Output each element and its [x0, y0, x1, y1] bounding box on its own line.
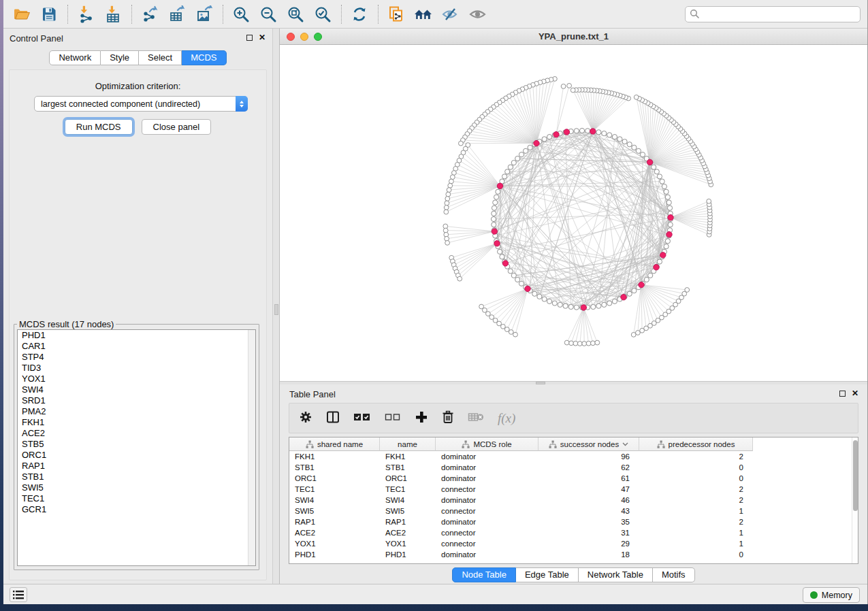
mcds-dominator-node[interactable]	[668, 215, 673, 220]
network-node[interactable]	[508, 269, 513, 274]
network-node[interactable]	[449, 179, 454, 184]
open-folder-icon[interactable]	[10, 3, 33, 25]
refresh-icon[interactable]	[348, 3, 371, 25]
export-table-icon[interactable]	[165, 3, 189, 25]
network-node[interactable]	[505, 169, 510, 174]
network-node[interactable]	[634, 95, 639, 100]
table-cell[interactable]: PHD1	[380, 550, 436, 559]
table-cell[interactable]: 31	[539, 529, 639, 537]
mcds-result-item[interactable]: STB1	[18, 472, 255, 482]
network-node[interactable]	[532, 291, 537, 296]
network-node[interactable]	[547, 299, 552, 303]
network-node[interactable]	[542, 297, 547, 301]
network-node[interactable]	[515, 156, 520, 161]
search-box[interactable]	[685, 6, 861, 22]
network-node[interactable]	[500, 254, 504, 259]
mcds-dominator-node[interactable]	[666, 231, 672, 237]
table-cell[interactable]: 47	[539, 485, 639, 493]
column-header-MCDS-role[interactable]: MCDS role	[436, 437, 539, 451]
mcds-result-item[interactable]: GCR1	[18, 504, 255, 515]
import-network-icon[interactable]	[74, 3, 97, 25]
mcds-result-item[interactable]: TEC1	[18, 493, 255, 504]
select-all-icon[interactable]	[353, 412, 371, 425]
mcds-dominator-node[interactable]	[639, 282, 644, 287]
mcds-result-item[interactable]: TID3	[18, 363, 255, 374]
network-node[interactable]	[509, 330, 513, 335]
network-node[interactable]	[513, 332, 518, 337]
table-cell[interactable]: 18	[539, 550, 639, 559]
mcds-result-item[interactable]: YOX1	[18, 374, 255, 384]
table-cell[interactable]: 2	[639, 496, 753, 504]
window-close-icon[interactable]	[287, 33, 295, 41]
table-row[interactable]: SWI4SWI4dominator462	[289, 495, 852, 506]
network-node[interactable]	[577, 342, 582, 346]
table-row[interactable]: FKH1FKH1dominator962	[289, 451, 852, 462]
network-node[interactable]	[547, 135, 552, 139]
network-node[interactable]	[519, 152, 524, 157]
mcds-dominator-node[interactable]	[564, 129, 569, 135]
table-cell[interactable]: PHD1	[289, 550, 380, 559]
network-node[interactable]	[486, 312, 491, 316]
network-node[interactable]	[657, 174, 662, 179]
mcds-list-scrollbar[interactable]	[248, 330, 255, 565]
close-panel-button[interactable]: Close panel	[142, 119, 212, 135]
network-node[interactable]	[491, 216, 496, 221]
float-panel-icon[interactable]	[839, 391, 846, 397]
network-node[interactable]	[498, 249, 502, 254]
task-history-button[interactable]	[10, 587, 27, 602]
network-node[interactable]	[570, 88, 575, 93]
mcds-result-item[interactable]: RAP1	[18, 461, 255, 472]
tab-network[interactable]: Network	[49, 50, 101, 65]
mcds-result-item[interactable]: STP4	[18, 352, 255, 363]
mcds-result-item[interactable]: STB5	[18, 439, 255, 450]
network-node[interactable]	[602, 131, 607, 136]
network-node[interactable]	[561, 84, 566, 89]
table-cell[interactable]: ACE2	[289, 529, 380, 537]
network-node[interactable]	[666, 200, 671, 205]
network-node[interactable]	[627, 142, 632, 147]
network-node[interactable]	[607, 301, 612, 306]
network-node[interactable]	[591, 341, 596, 346]
table-cell[interactable]: 0	[639, 463, 753, 472]
network-node[interactable]	[564, 340, 569, 345]
float-panel-icon[interactable]	[246, 35, 253, 41]
table-cell[interactable]: 1	[639, 540, 753, 548]
mcds-dominator-node[interactable]	[621, 295, 626, 300]
network-node[interactable]	[660, 179, 664, 184]
mcds-result-item[interactable]: CAR1	[18, 341, 255, 352]
table-cell[interactable]: 35	[539, 518, 639, 526]
network-node[interactable]	[586, 341, 591, 346]
clone-network-icon[interactable]	[385, 3, 408, 25]
table-cell[interactable]: 43	[539, 507, 639, 515]
mcds-result-item[interactable]: PHD1	[18, 330, 255, 341]
mcds-dominator-node[interactable]	[647, 159, 652, 165]
mcds-dominator-node[interactable]	[553, 132, 559, 137]
table-cell[interactable]: 96	[539, 452, 639, 461]
network-node[interactable]	[665, 239, 670, 244]
network-node[interactable]	[640, 152, 645, 157]
table-cell[interactable]: connector	[436, 540, 539, 548]
import-table-icon[interactable]	[101, 3, 125, 25]
network-node[interactable]	[457, 276, 462, 281]
mcds-dominator-node[interactable]	[497, 183, 502, 188]
table-cell[interactable]: 2	[639, 452, 753, 461]
network-node[interactable]	[511, 273, 516, 278]
network-node[interactable]	[665, 195, 670, 199]
close-panel-icon[interactable]: ✕	[259, 34, 266, 41]
tab-select[interactable]: Select	[139, 50, 182, 65]
network-node[interactable]	[447, 188, 451, 193]
table-row[interactable]: TEC1TEC1connector472	[289, 484, 852, 495]
first-neighbors-icon[interactable]	[412, 3, 435, 25]
table-cell[interactable]: dominator	[436, 452, 539, 461]
delete-column-icon[interactable]	[442, 410, 454, 427]
column-header-predecessor-nodes[interactable]: predecessor nodes	[639, 437, 753, 451]
network-node[interactable]	[667, 205, 672, 210]
network-node[interactable]	[631, 333, 636, 337]
network-node[interactable]	[662, 184, 666, 189]
hide-selected-icon[interactable]	[439, 3, 462, 25]
network-node[interactable]	[574, 129, 579, 133]
tab-style[interactable]: Style	[101, 50, 139, 65]
table-cell[interactable]: 1	[639, 507, 753, 515]
table-cell[interactable]: ORC1	[289, 474, 380, 482]
window-zoom-icon[interactable]	[314, 33, 322, 41]
